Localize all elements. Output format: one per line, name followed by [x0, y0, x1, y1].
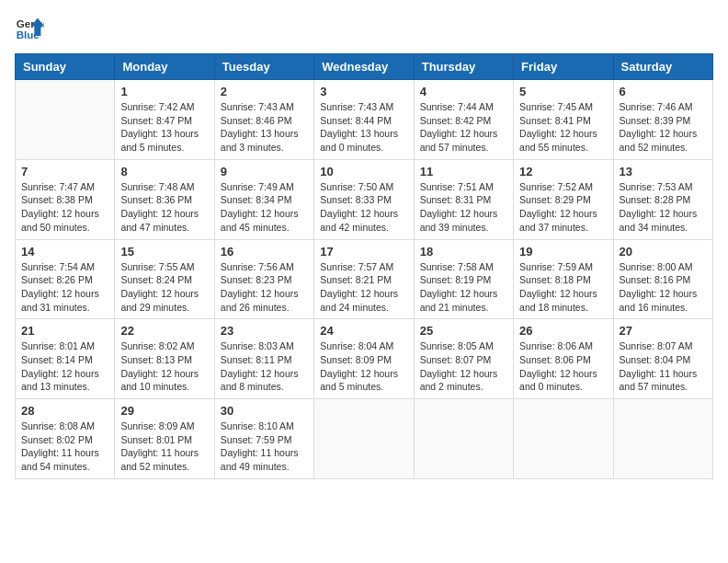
day-info: Sunrise: 8:04 AM Sunset: 8:09 PM Dayligh… — [320, 339, 407, 394]
calendar-cell: 15Sunrise: 7:55 AM Sunset: 8:24 PM Dayli… — [115, 239, 214, 319]
day-number: 6 — [620, 85, 707, 98]
day-info: Sunrise: 7:53 AM Sunset: 8:28 PM Dayligh… — [620, 180, 707, 235]
day-number: 23 — [221, 324, 308, 338]
day-number: 14 — [21, 245, 108, 259]
day-number: 8 — [120, 165, 208, 178]
day-info: Sunrise: 7:56 AM Sunset: 8:23 PM Dayligh… — [221, 260, 308, 315]
calendar-cell: 7Sunrise: 7:47 AM Sunset: 8:38 PM Daylig… — [16, 159, 115, 239]
calendar-cell: 9Sunrise: 7:49 AM Sunset: 8:34 PM Daylig… — [214, 159, 313, 239]
day-info: Sunrise: 7:59 AM Sunset: 8:18 PM Dayligh… — [519, 260, 607, 315]
day-info: Sunrise: 7:52 AM Sunset: 8:29 PM Dayligh… — [519, 180, 607, 235]
calendar-cell: 8Sunrise: 7:48 AM Sunset: 8:36 PM Daylig… — [115, 159, 214, 239]
day-info: Sunrise: 7:43 AM Sunset: 8:44 PM Dayligh… — [320, 100, 407, 155]
col-header-tuesday: Tuesday — [214, 54, 313, 80]
day-info: Sunrise: 7:58 AM Sunset: 8:19 PM Dayligh… — [420, 260, 507, 315]
day-number: 1 — [120, 85, 208, 98]
day-info: Sunrise: 7:45 AM Sunset: 8:41 PM Dayligh… — [519, 100, 607, 155]
calendar-table: SundayMondayTuesdayWednesdayThursdayFrid… — [15, 53, 713, 479]
calendar-week-row: 14Sunrise: 7:54 AM Sunset: 8:26 PM Dayli… — [16, 239, 713, 319]
calendar-week-row: 1Sunrise: 7:42 AM Sunset: 8:47 PM Daylig… — [16, 80, 713, 160]
calendar-cell: 3Sunrise: 7:43 AM Sunset: 8:44 PM Daylig… — [314, 80, 414, 160]
calendar-cell: 16Sunrise: 7:56 AM Sunset: 8:23 PM Dayli… — [214, 239, 313, 319]
day-number: 7 — [21, 165, 108, 178]
day-number: 9 — [221, 165, 308, 178]
calendar-cell: 29Sunrise: 8:09 AM Sunset: 8:01 PM Dayli… — [115, 399, 214, 479]
calendar-cell: 25Sunrise: 8:05 AM Sunset: 8:07 PM Dayli… — [414, 319, 513, 399]
day-info: Sunrise: 7:51 AM Sunset: 8:31 PM Dayligh… — [420, 180, 507, 235]
day-info: Sunrise: 8:07 AM Sunset: 8:04 PM Dayligh… — [620, 339, 707, 394]
calendar-week-row: 28Sunrise: 8:08 AM Sunset: 8:02 PM Dayli… — [16, 399, 713, 479]
calendar-cell: 28Sunrise: 8:08 AM Sunset: 8:02 PM Dayli… — [16, 399, 115, 479]
day-info: Sunrise: 8:02 AM Sunset: 8:13 PM Dayligh… — [120, 339, 208, 394]
calendar-cell: 2Sunrise: 7:43 AM Sunset: 8:46 PM Daylig… — [214, 80, 313, 160]
day-number: 25 — [420, 324, 507, 338]
calendar-cell: 1Sunrise: 7:42 AM Sunset: 8:47 PM Daylig… — [115, 80, 214, 160]
day-number: 22 — [120, 324, 208, 338]
day-number: 19 — [519, 245, 607, 259]
day-info: Sunrise: 7:44 AM Sunset: 8:42 PM Dayligh… — [420, 100, 507, 155]
day-info: Sunrise: 8:00 AM Sunset: 8:16 PM Dayligh… — [620, 260, 707, 315]
day-info: Sunrise: 7:46 AM Sunset: 8:39 PM Dayligh… — [620, 100, 707, 155]
calendar-cell: 5Sunrise: 7:45 AM Sunset: 8:41 PM Daylig… — [514, 80, 613, 160]
day-number: 20 — [620, 245, 707, 259]
calendar-cell: 4Sunrise: 7:44 AM Sunset: 8:42 PM Daylig… — [414, 80, 513, 160]
calendar-cell — [16, 80, 115, 160]
day-number: 24 — [320, 324, 407, 338]
day-number: 18 — [420, 245, 507, 259]
calendar-cell — [613, 399, 712, 479]
calendar-cell: 13Sunrise: 7:53 AM Sunset: 8:28 PM Dayli… — [613, 159, 712, 239]
day-number: 21 — [21, 324, 108, 338]
day-number: 10 — [320, 165, 407, 178]
calendar-week-row: 21Sunrise: 8:01 AM Sunset: 8:14 PM Dayli… — [16, 319, 713, 399]
day-number: 12 — [519, 165, 607, 178]
calendar-cell: 26Sunrise: 8:06 AM Sunset: 8:06 PM Dayli… — [514, 319, 613, 399]
day-number: 3 — [320, 85, 407, 98]
day-info: Sunrise: 8:05 AM Sunset: 8:07 PM Dayligh… — [420, 339, 507, 394]
logo: General Blue — [15, 15, 44, 44]
calendar-cell: 6Sunrise: 7:46 AM Sunset: 8:39 PM Daylig… — [613, 80, 712, 160]
col-header-wednesday: Wednesday — [314, 54, 414, 80]
calendar-cell — [414, 399, 513, 479]
calendar-cell: 30Sunrise: 8:10 AM Sunset: 7:59 PM Dayli… — [214, 399, 313, 479]
day-info: Sunrise: 7:42 AM Sunset: 8:47 PM Dayligh… — [120, 100, 208, 155]
day-number: 13 — [620, 165, 707, 178]
day-info: Sunrise: 7:57 AM Sunset: 8:21 PM Dayligh… — [320, 260, 407, 315]
calendar-cell: 11Sunrise: 7:51 AM Sunset: 8:31 PM Dayli… — [414, 159, 513, 239]
day-number: 4 — [420, 85, 507, 98]
calendar-cell: 17Sunrise: 7:57 AM Sunset: 8:21 PM Dayli… — [314, 239, 414, 319]
day-info: Sunrise: 7:48 AM Sunset: 8:36 PM Dayligh… — [120, 180, 208, 235]
day-info: Sunrise: 8:03 AM Sunset: 8:11 PM Dayligh… — [221, 339, 308, 394]
calendar-cell: 21Sunrise: 8:01 AM Sunset: 8:14 PM Dayli… — [16, 319, 115, 399]
day-number: 30 — [221, 404, 308, 418]
day-number: 29 — [120, 404, 208, 418]
day-info: Sunrise: 8:06 AM Sunset: 8:06 PM Dayligh… — [519, 339, 607, 394]
calendar-week-row: 7Sunrise: 7:47 AM Sunset: 8:38 PM Daylig… — [16, 159, 713, 239]
day-info: Sunrise: 8:01 AM Sunset: 8:14 PM Dayligh… — [21, 339, 108, 394]
col-header-thursday: Thursday — [414, 54, 513, 80]
day-number: 17 — [320, 245, 407, 259]
day-number: 11 — [420, 165, 507, 178]
calendar-cell: 19Sunrise: 7:59 AM Sunset: 8:18 PM Dayli… — [514, 239, 613, 319]
col-header-saturday: Saturday — [613, 54, 712, 80]
calendar-cell: 24Sunrise: 8:04 AM Sunset: 8:09 PM Dayli… — [314, 319, 414, 399]
day-number: 26 — [519, 324, 607, 338]
day-info: Sunrise: 8:09 AM Sunset: 8:01 PM Dayligh… — [120, 419, 208, 474]
day-info: Sunrise: 7:55 AM Sunset: 8:24 PM Dayligh… — [120, 260, 208, 315]
day-info: Sunrise: 7:43 AM Sunset: 8:46 PM Dayligh… — [221, 100, 308, 155]
day-info: Sunrise: 7:50 AM Sunset: 8:33 PM Dayligh… — [320, 180, 407, 235]
calendar-cell: 10Sunrise: 7:50 AM Sunset: 8:33 PM Dayli… — [314, 159, 414, 239]
day-number: 5 — [519, 85, 607, 98]
day-info: Sunrise: 8:10 AM Sunset: 7:59 PM Dayligh… — [221, 419, 308, 474]
day-info: Sunrise: 7:49 AM Sunset: 8:34 PM Dayligh… — [221, 180, 308, 235]
calendar-cell: 12Sunrise: 7:52 AM Sunset: 8:29 PM Dayli… — [514, 159, 613, 239]
calendar-cell: 23Sunrise: 8:03 AM Sunset: 8:11 PM Dayli… — [214, 319, 313, 399]
calendar-cell: 22Sunrise: 8:02 AM Sunset: 8:13 PM Dayli… — [115, 319, 214, 399]
day-info: Sunrise: 8:08 AM Sunset: 8:02 PM Dayligh… — [21, 419, 108, 474]
day-number: 2 — [221, 85, 308, 98]
page-header: General Blue — [15, 15, 713, 44]
calendar-cell — [314, 399, 414, 479]
day-number: 15 — [120, 245, 208, 259]
day-info: Sunrise: 7:54 AM Sunset: 8:26 PM Dayligh… — [21, 260, 108, 315]
calendar-cell: 20Sunrise: 8:00 AM Sunset: 8:16 PM Dayli… — [613, 239, 712, 319]
day-info: Sunrise: 7:47 AM Sunset: 8:38 PM Dayligh… — [21, 180, 108, 235]
